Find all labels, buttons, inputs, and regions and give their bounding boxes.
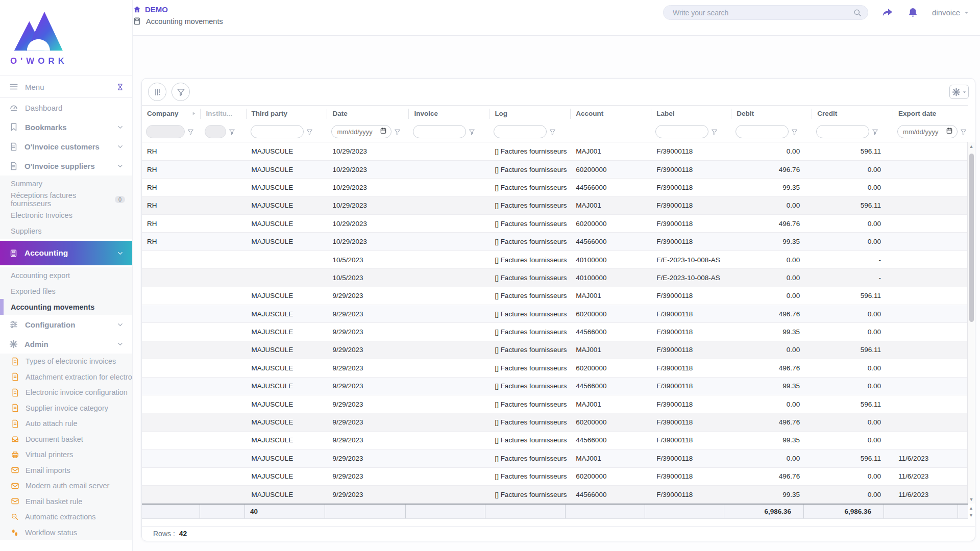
funnel-icon[interactable] — [394, 129, 401, 135]
sidebar-subitem-types-of-electronic-invoices[interactable]: Types of electronic invoices — [0, 354, 132, 369]
totals-scrollbar[interactable]: ▲ ▼ — [967, 506, 975, 518]
table-row[interactable]: 10/5/2023[] Factures fournisseurs4010000… — [142, 251, 968, 268]
sidebar-subitem-electronic-invoice-configuration[interactable]: Electronic invoice configuration — [0, 385, 132, 400]
sidebar-subitem-document-basket[interactable]: Document basket — [0, 432, 132, 447]
scroll-up-icon[interactable]: ▲ — [968, 144, 975, 149]
table-row[interactable]: MAJUSCULE9/29/2023[] Factures fournisseu… — [142, 377, 968, 395]
column-header-account[interactable]: Account — [571, 106, 651, 122]
sidebar-subitem-accounting-movements[interactable]: Accounting movements — [0, 299, 132, 315]
credit-filter-input[interactable] — [816, 125, 869, 138]
user-menu[interactable]: dinvoice — [932, 8, 970, 17]
date-filter-input[interactable] — [331, 125, 391, 138]
bell-icon[interactable] — [907, 7, 919, 18]
table-row[interactable]: MAJUSCULE9/29/2023[] Factures fournisseu… — [142, 287, 968, 305]
debit-filter-input[interactable] — [736, 125, 789, 138]
table-row[interactable]: MAJUSCULE9/29/2023[] Factures fournisseu… — [142, 485, 968, 503]
third_party-filter-input[interactable] — [251, 125, 304, 138]
column-header-date[interactable]: Date — [327, 106, 409, 122]
cell-credit: 0.00 — [812, 233, 893, 251]
column-header-third_party[interactable]: Third party — [247, 106, 328, 122]
sidebar-subitem-exported-files[interactable]: Exported files — [0, 283, 132, 299]
column-header-label[interactable]: Label — [651, 106, 731, 122]
sidebar-subitem-virtual-printers[interactable]: Virtual printers — [0, 447, 132, 463]
sidebar-item-o-invoice-customers[interactable]: O'Invoice customers — [0, 137, 132, 156]
scrollbar-thumb[interactable] — [969, 154, 974, 322]
sidebar-subitem-modern-auth-email-server[interactable]: Modern auth email server — [0, 478, 132, 494]
scroll-down-icon[interactable]: ▼ — [969, 513, 973, 518]
sidebar-subitem-automatic-extractions[interactable]: Automatic extractions — [0, 509, 132, 525]
table-row[interactable]: MAJUSCULE9/29/2023[] Factures fournisseu… — [142, 449, 968, 467]
global-search[interactable] — [663, 5, 868, 20]
scroll-down-icon[interactable]: ▼ — [968, 497, 975, 502]
sidebar-item-o-invoice-suppliers[interactable]: O'Invoice suppliers — [0, 156, 132, 176]
sidebar-item-admin[interactable]: Admin — [0, 334, 132, 354]
sidebar-item-dashboard[interactable]: Dashboard — [0, 98, 132, 117]
invoice-filter-input[interactable] — [413, 125, 466, 138]
funnel-icon[interactable] — [187, 129, 194, 135]
institution-filter-input[interactable] — [205, 125, 226, 138]
sidebar-subitem-r-ceptions-factures-fournisseurs[interactable]: Réceptions factures fournisseurs0 — [0, 191, 132, 207]
filter-button[interactable] — [172, 83, 190, 101]
column-header-invoice[interactable]: Invoice — [409, 106, 489, 122]
funnel-icon[interactable] — [960, 129, 967, 135]
share-icon[interactable] — [881, 7, 894, 19]
hourglass-icon[interactable] — [116, 83, 124, 91]
table-settings-button[interactable] — [949, 85, 969, 99]
table-row[interactable]: MAJUSCULE9/29/2023[] Factures fournisseu… — [142, 323, 968, 341]
table-row[interactable]: MAJUSCULE9/29/2023[] Factures fournisseu… — [142, 305, 968, 323]
funnel-icon[interactable] — [872, 129, 878, 135]
breadcrumb-home[interactable]: DEMO — [133, 5, 223, 14]
sidebar-subitem-supplier-invoice-category[interactable]: Supplier invoice category — [0, 400, 132, 416]
sidebar-item-configuration[interactable]: Configuration — [0, 315, 132, 334]
caret-right-icon[interactable] — [191, 110, 197, 118]
sidebar-subitem-electronic-invoices[interactable]: Electronic Invoices — [0, 207, 132, 223]
funnel-icon[interactable] — [549, 129, 556, 135]
table-row[interactable]: RHMAJUSCULE10/29/2023[] Factures fournis… — [142, 196, 968, 214]
hamburger-icon[interactable] — [9, 82, 18, 91]
sidebar-subitem-workflow-status[interactable]: Workflow status — [0, 525, 132, 541]
search-input[interactable] — [673, 9, 853, 17]
export_date-filter-input[interactable] — [897, 125, 958, 138]
columns-button[interactable] — [148, 83, 166, 101]
funnel-icon[interactable] — [469, 129, 475, 135]
table-row[interactable]: RHMAJUSCULE10/29/2023[] Factures fournis… — [142, 160, 968, 178]
sidebar-subitem-accounting-export[interactable]: Accounting export — [0, 267, 132, 283]
sidebar-subitem-email-imports[interactable]: Email imports — [0, 463, 132, 479]
table-row[interactable]: MAJUSCULE9/29/2023[] Factures fournisseu… — [142, 431, 968, 449]
column-header-institution[interactable]: Institu... — [201, 106, 246, 122]
sidebar-subitem-auto-attach-rule[interactable]: Auto attach rule — [0, 416, 132, 432]
table-row[interactable]: RHMAJUSCULE10/29/2023[] Factures fournis… — [142, 179, 968, 196]
menu-toggle-row[interactable]: Menu — [0, 76, 132, 98]
funnel-icon[interactable] — [306, 129, 313, 135]
table-row[interactable]: RHMAJUSCULE10/29/2023[] Factures fournis… — [142, 233, 968, 251]
funnel-icon[interactable] — [229, 129, 235, 135]
sidebar-item-bookmarks[interactable]: Bookmarks — [0, 117, 132, 137]
brand-logo[interactable]: O'WORK — [0, 0, 132, 76]
table-row[interactable]: MAJUSCULE9/29/2023[] Factures fournisseu… — [142, 395, 968, 413]
column-header-credit[interactable]: Credit — [812, 106, 893, 122]
sidebar-subitem-suppliers[interactable]: Suppliers — [0, 223, 132, 239]
table-row[interactable]: MAJUSCULE9/29/2023[] Factures fournisseu… — [142, 341, 968, 359]
vertical-scrollbar[interactable]: ▲ ▼ — [967, 142, 975, 504]
funnel-icon[interactable] — [791, 129, 798, 135]
table-row[interactable]: RHMAJUSCULE10/29/2023[] Factures fournis… — [142, 215, 968, 233]
company-filter-input[interactable] — [146, 125, 185, 138]
column-header-debit[interactable]: Debit — [731, 106, 812, 122]
funnel-icon[interactable] — [711, 129, 718, 135]
log-filter-input[interactable] — [494, 125, 547, 138]
table-row[interactable]: RHMAJUSCULE10/29/2023[] Factures fournis… — [142, 142, 968, 160]
column-header-log[interactable]: Log — [489, 106, 571, 122]
column-header-company[interactable]: Company — [142, 106, 201, 122]
sidebar-item-accounting[interactable]: Accounting — [0, 241, 132, 265]
sidebar-subitem-attachment-extraction-for-electron[interactable]: Attachment extraction for electron — [0, 369, 132, 385]
table-row[interactable]: MAJUSCULE9/29/2023[] Factures fournisseu… — [142, 413, 968, 431]
table-row[interactable]: 10/5/2023[] Factures fournisseurs4010000… — [142, 269, 968, 287]
sidebar-subitem-summary[interactable]: Summary — [0, 176, 132, 191]
search-icon[interactable] — [853, 8, 862, 17]
table-row[interactable]: MAJUSCULE9/29/2023[] Factures fournisseu… — [142, 359, 968, 377]
sidebar-subitem-email-basket-rule[interactable]: Email basket rule — [0, 494, 132, 510]
scroll-up-icon[interactable]: ▲ — [969, 506, 973, 511]
label-filter-input[interactable] — [655, 125, 708, 138]
column-header-export_date[interactable]: Export date — [893, 106, 968, 122]
table-row[interactable]: MAJUSCULE9/29/2023[] Factures fournisseu… — [142, 467, 968, 485]
